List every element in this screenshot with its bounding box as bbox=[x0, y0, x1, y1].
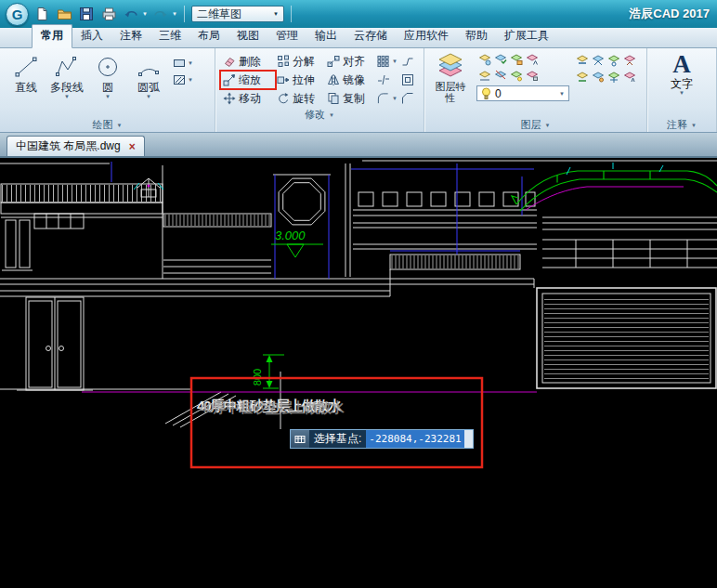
coordinate-input[interactable]: -228084,-232281 bbox=[366, 430, 463, 448]
new-file-button[interactable] bbox=[33, 5, 51, 23]
layer-tool-icon[interactable] bbox=[607, 54, 620, 67]
layer-tool-icon[interactable] bbox=[592, 54, 605, 67]
drawing-canvas[interactable]: 3.000 800 40厚中粗砂垫层上做散水 40厚中粗砂垫层上做散水 bbox=[0, 158, 717, 588]
layer-state-icon[interactable] bbox=[526, 69, 539, 82]
layer-tool-icon[interactable] bbox=[576, 54, 589, 67]
rectangle-tool-button[interactable]: ▼ bbox=[173, 57, 193, 70]
tab-3d[interactable]: 三维 bbox=[150, 25, 189, 47]
layer-state-icon[interactable] bbox=[494, 53, 507, 66]
mirror-icon bbox=[327, 73, 340, 86]
move-button[interactable]: 移动 bbox=[221, 90, 275, 107]
layer-tool-icon[interactable] bbox=[623, 70, 636, 83]
layer-tool-icon[interactable] bbox=[576, 70, 589, 83]
tab-manage[interactable]: 管理 bbox=[267, 25, 306, 47]
app-logo[interactable]: G bbox=[6, 3, 29, 26]
line-icon bbox=[14, 52, 38, 82]
document-tab[interactable]: 中国建筑 布局黑.dwg × bbox=[7, 136, 145, 156]
layer-dropdown[interactable]: 0 ▼ bbox=[476, 85, 569, 101]
explode-button[interactable]: 分解 bbox=[275, 53, 325, 70]
plot-button[interactable] bbox=[99, 5, 118, 23]
text-tool-button[interactable]: A 文字 ▼ bbox=[671, 50, 693, 96]
save-button[interactable] bbox=[77, 5, 96, 23]
panel-label-annotate[interactable]: 注释 ▼ bbox=[647, 118, 716, 132]
input-prompt: 选择基点: bbox=[309, 430, 366, 448]
open-file-button[interactable] bbox=[55, 5, 73, 23]
save-floppy-icon bbox=[79, 7, 94, 21]
polyline-button[interactable]: 多段线 ▼ bbox=[46, 51, 87, 99]
scale-button[interactable]: 缩放 bbox=[221, 72, 275, 88]
chevron-down-icon: ▼ bbox=[146, 94, 151, 99]
layer-properties-button[interactable]: 图层特性 bbox=[429, 51, 472, 118]
layer-properties-icon bbox=[437, 51, 464, 81]
tab-layout[interactable]: 布局 bbox=[189, 25, 228, 47]
panel-draw: 直线 多段线 ▼ bbox=[0, 48, 215, 132]
redo-history-arrow-icon[interactable]: ▼ bbox=[172, 11, 177, 17]
ribbon-tab-bar: 常用 插入 注释 三维 布局 视图 管理 输出 云存储 应用软件 帮助 扩展工具 bbox=[0, 28, 717, 48]
dimension-800: 800 bbox=[252, 355, 284, 388]
note-text-ghost: 40厚中粗砂垫层上做散水 bbox=[200, 399, 345, 415]
explode-icon bbox=[277, 55, 290, 68]
array-button[interactable]: ▼ bbox=[375, 53, 399, 70]
tab-output[interactable]: 输出 bbox=[306, 25, 345, 47]
panel-label-layer[interactable]: 图层 ▼ bbox=[424, 118, 646, 132]
workspace-dropdown[interactable]: 二维草图 ▼ bbox=[191, 6, 284, 22]
offset-button[interactable] bbox=[399, 72, 424, 88]
fillet-button[interactable]: ▼ bbox=[375, 90, 399, 107]
open-folder-icon bbox=[57, 7, 72, 21]
chamfer-button[interactable] bbox=[399, 90, 424, 107]
chevron-down-icon: ▼ bbox=[691, 123, 697, 128]
chevron-down-icon: ▼ bbox=[392, 59, 398, 64]
tab-apps[interactable]: 应用软件 bbox=[396, 25, 457, 47]
layer-tool-icon[interactable] bbox=[592, 70, 605, 83]
layer-state-icon[interactable] bbox=[510, 69, 523, 82]
copy-button[interactable]: 复制 bbox=[325, 90, 375, 107]
tab-annotate[interactable]: 注释 bbox=[111, 25, 150, 47]
tab-express[interactable]: 扩展工具 bbox=[496, 25, 557, 47]
highlight-rectangle bbox=[191, 378, 482, 467]
align-icon bbox=[327, 55, 340, 68]
join-button[interactable] bbox=[399, 53, 424, 70]
break-icon bbox=[377, 73, 390, 86]
dynamic-input-icon bbox=[291, 430, 309, 448]
stretch-button[interactable]: 拉伸 bbox=[275, 72, 325, 88]
hatch-tool-button[interactable]: ▼ bbox=[173, 73, 193, 86]
break-button[interactable] bbox=[375, 72, 399, 88]
titlebar-separator bbox=[291, 6, 292, 22]
polyline-icon bbox=[55, 52, 79, 82]
panel-annotate: A 文字 ▼ 注释 ▼ bbox=[647, 48, 717, 132]
tab-view[interactable]: 视图 bbox=[228, 25, 267, 47]
undo-history-arrow-icon[interactable]: ▼ bbox=[142, 11, 148, 17]
align-button[interactable]: 对齐 bbox=[325, 53, 375, 70]
tab-help[interactable]: 帮助 bbox=[457, 25, 496, 47]
undo-button[interactable] bbox=[122, 5, 140, 23]
layer-state-icon[interactable] bbox=[526, 53, 539, 66]
layer-tool-icon[interactable] bbox=[607, 70, 620, 83]
circle-button[interactable]: 圆 ▼ bbox=[87, 51, 128, 99]
workspace-label: 二维草图 bbox=[197, 7, 241, 22]
chevron-down-icon: ▼ bbox=[545, 123, 551, 128]
layer-tool-icon[interactable] bbox=[623, 54, 636, 67]
close-icon[interactable]: × bbox=[129, 141, 136, 152]
tab-insert[interactable]: 插入 bbox=[72, 25, 111, 47]
layer-state-icon[interactable] bbox=[478, 69, 491, 82]
elevation-marker: 3.000 bbox=[271, 229, 323, 257]
chevron-down-icon: ▼ bbox=[329, 112, 334, 118]
layer-state-icon[interactable] bbox=[494, 69, 507, 82]
arc-button[interactable]: 圆弧 ▼ bbox=[128, 51, 169, 99]
line-button[interactable]: 直线 bbox=[6, 51, 46, 94]
cad-drawing: 3.000 800 40厚中粗砂垫层上做散水 40厚中粗砂垫层上做散水 bbox=[0, 158, 717, 588]
layer-state-icon[interactable] bbox=[478, 53, 491, 66]
tab-home[interactable]: 常用 bbox=[32, 24, 72, 48]
rotate-button[interactable]: 旋转 bbox=[275, 90, 325, 107]
input-caret-area[interactable] bbox=[464, 430, 473, 448]
chevron-down-icon: ▼ bbox=[679, 90, 684, 96]
mirror-button[interactable]: 镜像 bbox=[325, 72, 375, 88]
redo-button[interactable] bbox=[151, 5, 170, 23]
layer-state-icon[interactable] bbox=[510, 53, 523, 66]
panel-label-modify[interactable]: 修改 ▼ bbox=[215, 108, 424, 122]
panel-label-draw[interactable]: 绘图 ▼ bbox=[0, 118, 215, 132]
stretch-icon bbox=[277, 73, 290, 86]
erase-button[interactable]: 删除 bbox=[221, 53, 275, 70]
dynamic-input[interactable]: 选择基点: -228084,-232281 bbox=[290, 429, 474, 449]
tab-cloud[interactable]: 云存储 bbox=[345, 25, 396, 47]
